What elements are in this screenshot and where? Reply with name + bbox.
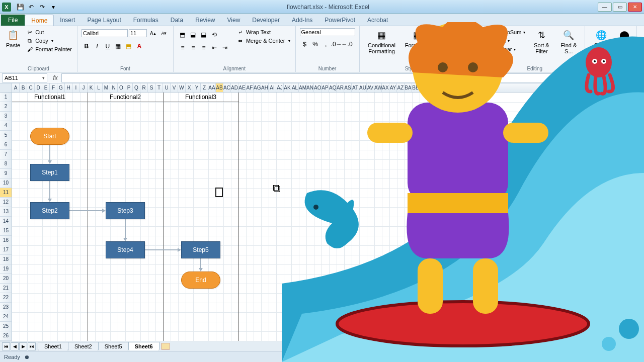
column-header[interactable]: BE — [435, 83, 442, 92]
column-header[interactable]: AB — [216, 83, 223, 92]
row-header[interactable]: 10 — [0, 178, 12, 188]
column-header[interactable]: W — [178, 83, 186, 92]
column-header[interactable]: AK — [284, 83, 291, 92]
column-header[interactable]: AD — [231, 83, 238, 92]
column-header[interactable]: AA — [208, 83, 216, 92]
column-header[interactable]: A — [12, 83, 20, 92]
column-header[interactable]: AR — [337, 83, 344, 92]
row-header[interactable]: 2 — [0, 102, 12, 112]
row-header[interactable]: 7 — [0, 150, 12, 159]
row-header[interactable]: 13 — [0, 207, 12, 217]
align-bottom-icon[interactable]: ⬓ — [199, 30, 209, 40]
clear-button[interactable]: ◧Clear▾ — [489, 45, 526, 53]
fill-color-button[interactable]: ⬒ — [124, 41, 134, 51]
ribbon-tab-insert[interactable]: Insert — [54, 15, 81, 26]
column-header[interactable]: BD — [427, 83, 435, 92]
flowchart-start[interactable]: Start — [30, 128, 69, 145]
row-header[interactable]: 17 — [0, 245, 12, 255]
ribbon-tab-formulas[interactable]: Formulas — [127, 15, 165, 26]
column-header[interactable]: BH — [457, 83, 465, 92]
align-top-icon[interactable]: ⬒ — [178, 30, 188, 40]
file-tab[interactable]: File — [1, 15, 25, 26]
decrease-decimal-icon[interactable]: ←.0 — [342, 39, 352, 49]
ribbon-tab-page-layout[interactable]: Page Layout — [81, 15, 127, 26]
row-header[interactable]: 15 — [0, 226, 12, 236]
column-header[interactable]: BI — [465, 83, 472, 92]
cell-styles-button[interactable]: ▦Cell St... — [435, 28, 460, 49]
column-header[interactable]: M — [103, 83, 110, 92]
ribbon-tab-home[interactable]: Home — [25, 15, 54, 26]
worksheet-grid[interactable]: ABCDEFGHIJKLMNOPQRSTUVWXYZAAABACADAEAFAG… — [0, 83, 644, 341]
row-header[interactable]: 12 — [0, 198, 12, 207]
column-header[interactable]: AY — [389, 83, 397, 92]
column-header[interactable]: AH — [261, 83, 269, 92]
row-header[interactable]: 20 — [0, 274, 12, 284]
column-header[interactable]: AO — [314, 83, 321, 92]
column-header[interactable]: Z — [201, 83, 208, 92]
orientation-icon[interactable]: ⟲ — [209, 30, 219, 40]
column-header[interactable]: J — [80, 83, 88, 92]
column-header[interactable]: AX — [382, 83, 389, 92]
save-icon[interactable]: 💾 — [15, 2, 25, 12]
formula-input[interactable] — [61, 73, 641, 82]
ribbon-tab-review[interactable]: Review — [189, 15, 221, 26]
column-header[interactable]: AS — [344, 83, 352, 92]
font-name-select[interactable] — [82, 29, 128, 37]
column-header[interactable]: AQ — [329, 83, 337, 92]
column-header[interactable]: AJ — [276, 83, 284, 92]
sheet-nav-first[interactable]: ⏮ — [2, 342, 10, 350]
ribbon-tab-acrobat[interactable]: Acrobat — [361, 15, 394, 26]
undo-icon[interactable]: ↶ — [26, 2, 36, 12]
ribbon-tab-developer[interactable]: Developer — [246, 15, 286, 26]
font-color-button[interactable]: A — [134, 41, 144, 51]
column-header[interactable]: B — [20, 83, 27, 92]
paste-button[interactable]: 📋 Paste — [4, 28, 22, 49]
merge-center-button[interactable]: ⬌Merge & Center▾ — [236, 37, 291, 45]
row-header[interactable]: 4 — [0, 121, 12, 131]
align-right-icon[interactable]: ≡ — [199, 43, 209, 53]
column-header[interactable]: K — [88, 83, 95, 92]
column-header[interactable]: BF — [442, 83, 450, 92]
column-header[interactable]: O — [118, 83, 125, 92]
column-header[interactable]: AN — [306, 83, 314, 92]
flowchart-step[interactable]: Step1 — [30, 164, 69, 181]
select-all-corner[interactable] — [0, 83, 12, 92]
row-header[interactable]: 23 — [0, 303, 12, 312]
row-header[interactable]: 1 — [0, 93, 12, 102]
percent-icon[interactable]: % — [310, 39, 320, 49]
sheet-tab-sheet6[interactable]: Sheet6 — [128, 342, 159, 350]
row-header[interactable]: 18 — [0, 255, 12, 264]
row-header[interactable]: 3 — [0, 112, 12, 121]
find-select-button[interactable]: 🔍Find & S... — [556, 28, 581, 55]
row-header[interactable]: 22 — [0, 293, 12, 303]
row-header[interactable]: 25 — [0, 322, 12, 331]
column-header[interactable]: U — [163, 83, 171, 92]
redo-icon[interactable]: ↷ — [37, 2, 47, 12]
column-header[interactable]: BA — [405, 83, 412, 92]
row-header[interactable]: 19 — [0, 264, 12, 274]
column-header[interactable]: AC — [223, 83, 231, 92]
column-header[interactable]: AW — [374, 83, 382, 92]
webex-button[interactable]: ⬤W... — [616, 28, 632, 49]
column-header[interactable]: I — [72, 83, 80, 92]
cut-button[interactable]: ✂Cut — [25, 28, 73, 36]
column-header[interactable]: BC — [420, 83, 427, 92]
cells-area[interactable]: Functional1 Functional2 Functional3 Star… — [12, 93, 644, 341]
conditional-formatting-button[interactable]: ▦Conditional Formatting — [364, 28, 400, 55]
column-header[interactable]: T — [155, 83, 163, 92]
flowchart-end[interactable]: End — [181, 272, 220, 289]
column-header[interactable]: V — [171, 83, 178, 92]
column-header[interactable]: P — [125, 83, 133, 92]
column-header[interactable]: Y — [193, 83, 201, 92]
column-header[interactable]: AL — [291, 83, 299, 92]
column-header[interactable]: F — [50, 83, 57, 92]
currency-icon[interactable]: $ — [300, 39, 310, 49]
maximize-button[interactable]: ▭ — [613, 3, 627, 12]
fx-icon[interactable]: fx — [50, 74, 60, 81]
copy-button[interactable]: ⧉Copy▾ — [25, 37, 73, 45]
ribbon-tab-view[interactable]: View — [221, 15, 247, 26]
comma-icon[interactable]: , — [321, 39, 331, 49]
format-as-table-button[interactable]: ▦Format as Table — [403, 28, 432, 55]
column-header[interactable]: X — [186, 83, 193, 92]
border-button[interactable]: ▦ — [113, 41, 123, 51]
